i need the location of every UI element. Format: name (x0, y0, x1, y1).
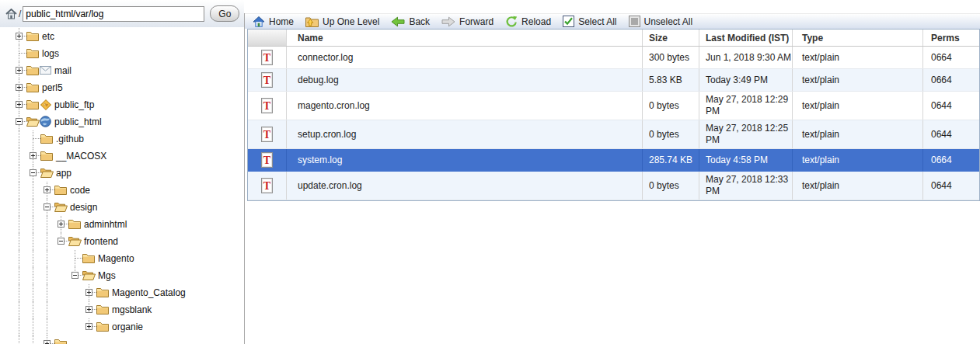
expand-icon[interactable] (16, 67, 23, 74)
tree-item-Mgs[interactable]: Mgs (0, 267, 243, 284)
closed-folder-icon (54, 185, 67, 195)
file-type: text/plain (802, 180, 839, 191)
toolbar-button-label: Unselect All (644, 16, 693, 27)
expand-icon[interactable] (85, 289, 92, 296)
path-input[interactable] (23, 6, 204, 22)
tree-guide-line (19, 130, 19, 148)
tree-item-frontend[interactable]: frontend (0, 233, 243, 250)
file-type: text/plain (802, 52, 839, 63)
toolbar-button-up-one-level[interactable]: Up One Level (305, 16, 379, 27)
collapse-icon[interactable] (30, 169, 37, 176)
file-name: magento.cron.log (298, 100, 370, 111)
file-type-cell: text/plain (793, 69, 923, 91)
toolbar-button-home[interactable]: Home (253, 16, 294, 27)
expand-icon[interactable] (44, 340, 51, 344)
file-row-connector.log[interactable]: Tconnector.log300 bytesJun 1, 2018 9:30 … (248, 47, 979, 69)
file-modified-cell: May 27, 2018 12:25 PM (699, 120, 793, 148)
collapse-icon[interactable] (71, 272, 78, 279)
file-size-cell: 0 bytes (643, 172, 699, 200)
file-modified: Today 3:49 PM (706, 75, 768, 86)
file-row-magento.cron.log[interactable]: Tmagento.cron.log0 bytesMay 27, 2018 12:… (248, 92, 979, 120)
file-size: 0 bytes (649, 129, 679, 140)
pane-divider[interactable] (244, 13, 245, 344)
file-type-cell: text/plain (793, 172, 923, 200)
tree-item-folder[interactable] (0, 335, 243, 344)
svg-text:T: T (263, 155, 271, 166)
expand-icon[interactable] (85, 323, 92, 330)
file-size-cell: 0 bytes (643, 92, 699, 120)
file-name-cell: update.cron.log (287, 172, 643, 200)
file-name-cell: debug.log (287, 69, 643, 91)
tree-item-Magento[interactable]: Magento (0, 250, 243, 267)
svg-text:T: T (263, 100, 271, 112)
column-header-name[interactable]: Name (287, 30, 643, 46)
expand-icon[interactable] (85, 306, 92, 313)
file-name-cell: system.log (287, 149, 643, 171)
file-row-update.cron.log[interactable]: Tupdate.cron.log0 bytesMay 27, 2018 12:3… (248, 172, 979, 200)
open-folder-icon (40, 168, 54, 178)
tree-item-design[interactable]: design (0, 199, 243, 216)
tree-item-mgsblank[interactable]: mgsblank (0, 301, 243, 318)
toolbar-button-select-all[interactable]: Select All (563, 16, 616, 27)
tree-item-app[interactable]: app (0, 165, 243, 182)
home-small-icon (5, 9, 17, 19)
tree-item-organie[interactable]: organie (0, 318, 243, 335)
closed-folder-icon (96, 287, 109, 297)
up-one-level-icon (305, 16, 319, 27)
toolbar-button-back[interactable]: Back (391, 16, 430, 27)
tree-item-etc[interactable]: etc (0, 28, 243, 45)
tree-item-label: .github (56, 134, 84, 144)
tree-item-label: etc (42, 31, 54, 42)
file-row-setup.cron.log[interactable]: Tsetup.cron.log0 bytesMay 27, 2018 12:25… (248, 120, 979, 149)
file-type: text/plain (802, 100, 839, 111)
collapse-icon[interactable] (16, 118, 23, 125)
tree-item-__MACOSX[interactable]: __MACOSX (0, 148, 243, 165)
tree-item-adminhtml[interactable]: adminhtml (0, 216, 243, 233)
tree-item-.github[interactable]: .github (0, 130, 243, 148)
expand-icon[interactable] (16, 33, 23, 40)
expand-icon[interactable] (16, 84, 23, 91)
collapse-icon[interactable] (58, 238, 65, 245)
file-size-cell: 285.74 KB (643, 149, 699, 171)
file-name: debug.log (298, 75, 339, 85)
table-body: Tconnector.log300 bytesJun 1, 2018 9:30 … (248, 47, 979, 200)
toolbar-button-forward[interactable]: Forward (441, 16, 493, 27)
file-name: update.cron.log (298, 180, 362, 191)
closed-folder-icon (26, 65, 39, 75)
expand-icon[interactable] (30, 152, 37, 159)
file-modified-cell: May 27, 2018 12:29 PM (699, 92, 793, 120)
go-button[interactable]: Go (210, 5, 239, 22)
file-row-system.log[interactable]: Tsystem.log285.74 KBToday 4:58 PMtext/pl… (248, 149, 979, 172)
tree-item-public_ftp[interactable]: public_ftp (0, 96, 243, 113)
tree-guide-line (19, 216, 19, 233)
svg-text:T: T (263, 129, 271, 141)
toolbar-button-label: Up One Level (323, 16, 379, 27)
tree-item-code[interactable]: code (0, 182, 243, 199)
file-row-debug.log[interactable]: Tdebug.log5.83 KBToday 3:49 PMtext/plain… (248, 69, 979, 92)
tree-item-Magento_Catalog[interactable]: Magento_Catalog (0, 284, 243, 301)
tree-item-perl5[interactable]: perl5 (0, 79, 243, 96)
tree-item-mail[interactable]: mail (0, 62, 243, 79)
text-file-icon: T (260, 98, 274, 113)
expand-icon[interactable] (58, 221, 65, 228)
tree-item-logs[interactable]: logs (0, 45, 243, 62)
tree-item-label: logs (42, 48, 59, 59)
expand-icon[interactable] (44, 186, 51, 193)
tree-guide-line (33, 233, 33, 250)
text-file-icon: T (260, 72, 274, 88)
column-header-perms[interactable]: Perms (923, 30, 979, 46)
column-header-icon[interactable] (248, 30, 287, 46)
tree-item-public_html[interactable]: public_html (0, 113, 243, 130)
column-header-size[interactable]: Size (643, 30, 699, 46)
collapse-icon[interactable] (44, 203, 51, 210)
expand-icon[interactable] (16, 101, 23, 108)
toolbar-button-reload[interactable]: Reload (505, 16, 551, 28)
toolbar-button-unselect-all[interactable]: Unselect All (629, 16, 693, 27)
tree-guide-line (33, 139, 33, 148)
file-perms: 0664 (931, 75, 952, 85)
column-header-type[interactable]: Type (793, 30, 923, 46)
column-header-last-modified-ist-[interactable]: Last Modified (IST) (699, 30, 793, 46)
closed-folder-icon (68, 219, 81, 229)
file-perms-cell: 0644 (923, 92, 979, 120)
file-perms: 0644 (931, 100, 952, 111)
